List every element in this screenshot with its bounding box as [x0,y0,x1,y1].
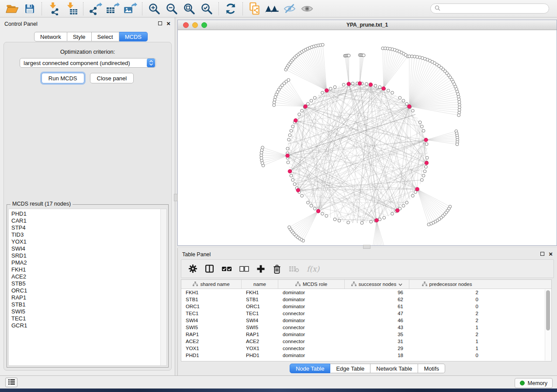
memory-button[interactable]: Memory [515,378,553,388]
mcds-result-item[interactable]: STB5 [11,280,160,287]
mcds-result-item[interactable]: SWI4 [11,245,160,252]
delete-row-icon[interactable] [273,264,281,274]
mcds-result-item[interactable]: STB1 [11,301,160,308]
table-row[interactable]: TEC1TEC1connector472 [181,310,545,317]
import-table-icon[interactable] [62,1,80,16]
zoom-out-icon[interactable] [163,1,180,16]
column-header-name[interactable]: name [242,280,278,289]
horizontal-splitter-grip[interactable] [363,245,370,249]
mcds-result-item[interactable]: SRD1 [11,252,160,259]
table-cell: SWI5 [181,324,242,331]
table-cell: STB1 [181,296,242,303]
run-mcds-button[interactable]: Run MCDS [42,73,84,83]
split-columns-icon[interactable] [205,264,214,273]
mcds-result-item[interactable]: TID3 [11,231,160,238]
eye-icon[interactable] [298,1,316,16]
gear-icon[interactable] [188,264,197,273]
tab-select[interactable]: Select [92,32,119,41]
tab-edge-table[interactable]: Edge Table [330,364,370,373]
mcds-result-item[interactable]: RAP1 [11,294,160,301]
mcds-result-scrollbar[interactable] [160,209,166,365]
table-row[interactable]: PHD1PHD1dominator180 [181,352,545,359]
table-cell: 96 [345,289,409,296]
criterion-select[interactable]: largest connected component (undirected) [20,58,156,68]
mcds-result-item[interactable]: TEC1 [11,315,160,322]
mcds-result-item[interactable]: STP4 [11,224,160,231]
add-row-icon[interactable] [256,265,265,273]
table-cell: dominator [278,303,345,310]
column-header-shared-name[interactable]: shared name [181,280,242,289]
column-header-successor-nodes[interactable]: successor nodes [345,280,409,289]
tab-motifs[interactable]: Motifs [418,364,445,373]
export-image-icon[interactable] [121,1,139,16]
function-icon: f(x) [307,265,319,273]
mcds-result-item[interactable]: PHD1 [11,210,160,217]
select-all-icon[interactable] [221,265,232,272]
table-cell: TEC1 [181,310,242,317]
zoom-in-icon[interactable] [145,1,163,16]
search-input[interactable] [443,4,549,13]
mcds-result-item[interactable]: SWI5 [11,308,160,315]
table-cell: 35 [345,331,409,338]
table-cell: 46 [345,317,409,324]
export-table-icon[interactable] [104,1,121,16]
tab-network-table[interactable]: Network Table [370,364,418,373]
table-scrollbar-thumb[interactable] [546,290,550,330]
tab-style[interactable]: Style [67,32,92,41]
open-folder-icon[interactable] [3,1,21,16]
mcds-result-item[interactable]: GCR1 [11,322,160,329]
tab-network[interactable]: Network [34,32,67,41]
tree-icon [295,282,301,287]
deselect-all-icon[interactable] [239,266,249,272]
table-header-row: shared namenameMCDS rolesuccessor nodesp… [181,280,551,289]
import-network-icon[interactable] [45,1,62,16]
float-panel-icon[interactable] [158,21,162,25]
window-maximize-button[interactable] [201,22,207,28]
column-header-MCDS-role[interactable]: MCDS role [278,280,345,289]
task-history-button[interactable] [5,378,17,387]
window-close-button[interactable] [183,22,189,28]
table-row[interactable]: SWI5SWI5connector431 [181,324,545,331]
close-panel-icon[interactable]: × [549,251,553,256]
mcds-result-item[interactable]: ORC1 [11,287,160,294]
zoom-selected-icon[interactable] [198,1,215,16]
close-panel-button[interactable]: Close panel [90,73,134,83]
mcds-result-item[interactable]: CAR1 [11,217,160,224]
refresh-icon[interactable] [222,1,239,16]
mcds-result-item[interactable]: YOX1 [11,238,160,245]
mcds-result-item[interactable]: PMA2 [11,259,160,266]
table-row[interactable]: FKH1FKH1dominator962 [181,289,545,296]
table-row[interactable]: RAP1RAP1dominator352 [181,331,545,338]
zoom-fit-icon[interactable] [180,1,198,16]
table-cell: 0 [409,352,484,359]
vertical-splitter-grip[interactable] [174,194,178,201]
table-scrollbar[interactable] [545,289,551,361]
table-row[interactable]: SWI4SWI4dominator462 [181,317,545,324]
mountains-icon[interactable] [263,1,281,16]
table-row[interactable]: ACE2ACE2connector311 [181,338,545,345]
close-panel-icon[interactable]: × [166,21,170,26]
column-header-predecessor-nodes[interactable]: predecessor nodes [409,280,484,289]
tab-node-table[interactable]: Node Table [290,364,331,373]
table-row[interactable]: STB1STB1dominator620 [181,296,545,303]
network-graph[interactable] [178,30,557,245]
table-cell: connector [278,324,345,331]
criterion-value: largest connected component (undirected) [20,60,147,66]
table-row[interactable]: YOX1YOX1connector291 [181,345,545,352]
column-label: MCDS role [303,282,327,287]
share-document-icon[interactable] [246,1,263,16]
mcds-result-item[interactable]: FKH1 [11,266,160,273]
table-tabs: Node TableEdge TableNetwork TableMotifs [178,364,557,373]
window-minimize-button[interactable] [192,22,198,28]
tab-mcds[interactable]: MCDS [119,32,148,41]
mcds-result-item[interactable]: ACE2 [11,273,160,280]
save-icon[interactable] [21,1,38,16]
export-network-icon[interactable] [86,1,104,16]
eye-hidden-icon[interactable] [281,1,298,16]
toolbar-separator [42,2,42,15]
table-toolbar: f(x) [181,259,554,278]
float-panel-icon[interactable] [540,252,544,256]
table-cell: PHD1 [181,352,242,359]
network-window-titlebar[interactable]: YPA_prune.txt_1 [178,20,557,30]
table-row[interactable]: ORC1ORC1dominator610 [181,303,545,310]
